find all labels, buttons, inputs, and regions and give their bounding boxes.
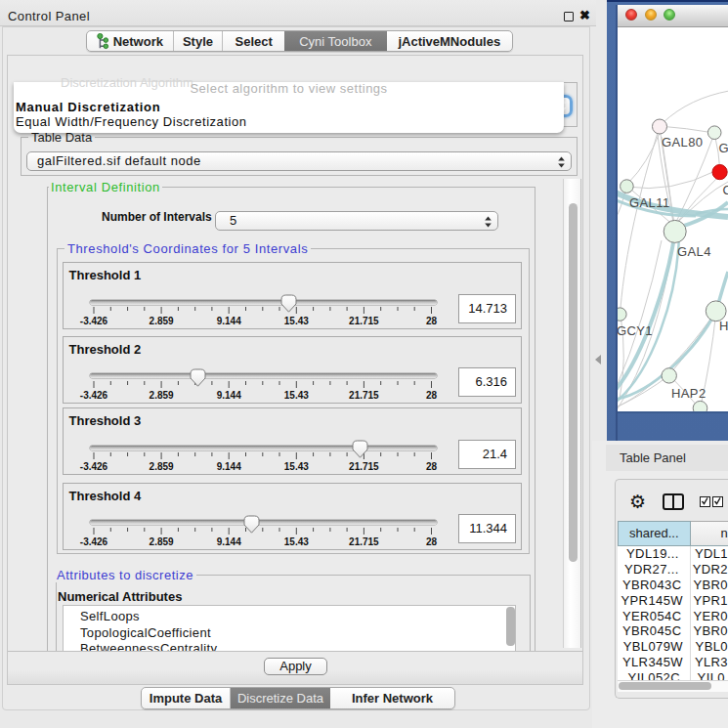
svg-text:H: H — [719, 319, 728, 333]
svg-text:C: C — [723, 183, 728, 197]
svg-text:GAL11: GAL11 — [629, 195, 670, 210]
svg-text:GCY1: GCY1 — [618, 323, 653, 338]
svg-text:HAP2: HAP2 — [671, 386, 707, 401]
svg-text:GAL4: GAL4 — [677, 244, 711, 259]
svg-text:GAL80: GAL80 — [662, 135, 703, 150]
svg-text:GA: GA — [719, 141, 728, 155]
